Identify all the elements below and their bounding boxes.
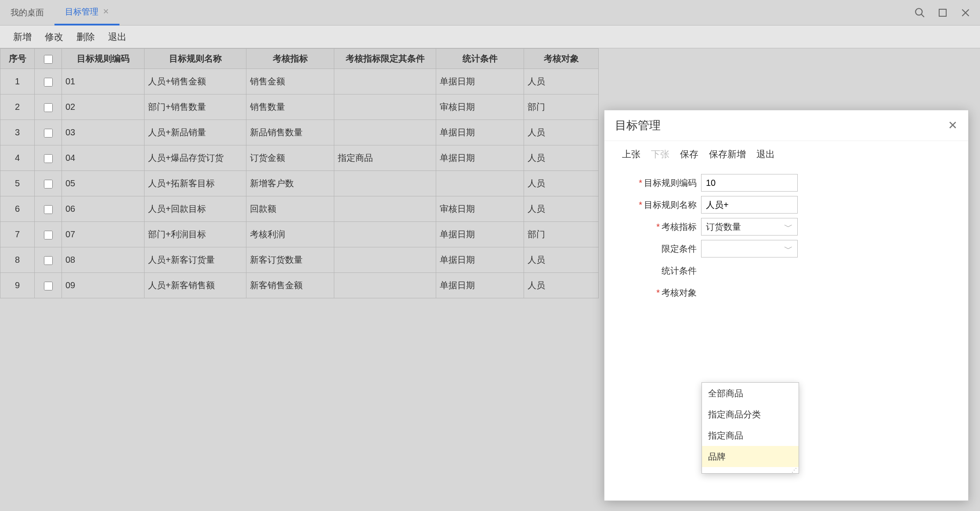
- tab-target-mgmt[interactable]: 目标管理 ✕: [54, 0, 119, 25]
- dropdown-item[interactable]: 全部商品: [702, 383, 799, 404]
- cell-checkbox: [35, 273, 62, 298]
- cell-metric: 销售金额: [246, 69, 334, 94]
- save-button[interactable]: 保存: [680, 148, 698, 160]
- close-window-icon[interactable]: [955, 3, 976, 23]
- select-cond[interactable]: ﹀: [701, 240, 798, 257]
- cell-name: 人员+销售金额: [145, 69, 246, 94]
- cell-seq: 2: [0, 94, 35, 120]
- table-row[interactable]: 909人员+新客销售额新客销售金额单据日期人员: [0, 273, 599, 298]
- row-checkbox[interactable]: [44, 256, 53, 265]
- cell-code: 07: [62, 222, 145, 247]
- table-row[interactable]: 808人员+新客订货量新客订货数量单据日期人员: [0, 247, 599, 273]
- table-row[interactable]: 707部门+利润目标考核利润单据日期部门: [0, 222, 599, 247]
- cell-stat: 单据日期: [436, 69, 524, 94]
- cell-metric: 销售数量: [246, 94, 334, 120]
- resize-handle-icon[interactable]: ⋰: [702, 467, 799, 473]
- save-add-button[interactable]: 保存新增: [709, 148, 746, 160]
- row-checkbox[interactable]: [44, 205, 53, 214]
- dialog-close-icon[interactable]: ✕: [948, 119, 958, 132]
- dropdown-item[interactable]: 指定商品分类: [702, 404, 799, 425]
- dropdown-item[interactable]: 品牌: [702, 446, 799, 467]
- cell-stat: 审核日期: [436, 94, 524, 120]
- label-stat: 统计条件: [622, 265, 701, 277]
- cell-target: 人员: [524, 145, 599, 171]
- row-stat: 统计条件: [622, 260, 951, 282]
- col-metric[interactable]: 考核指标: [246, 49, 334, 69]
- exit-button[interactable]: 退出: [108, 31, 127, 43]
- edit-button[interactable]: 修改: [45, 31, 63, 43]
- next-button[interactable]: 下张: [651, 148, 669, 160]
- cell-cond: [334, 247, 436, 273]
- prev-button[interactable]: 上张: [622, 148, 640, 160]
- cell-checkbox: [35, 196, 62, 222]
- dialog-exit-button[interactable]: 退出: [756, 148, 775, 160]
- chevron-down-icon: ﹀: [784, 221, 793, 233]
- search-icon[interactable]: [910, 3, 930, 23]
- dropdown-cond-options: 全部商品指定商品分类指定商品品牌⋰: [702, 382, 799, 474]
- cell-target: 部门: [524, 222, 599, 247]
- input-name[interactable]: [701, 196, 798, 214]
- cell-target: 人员: [524, 196, 599, 222]
- cell-cond: [334, 196, 436, 222]
- col-target[interactable]: 考核对象: [524, 49, 599, 69]
- close-icon[interactable]: ✕: [103, 7, 109, 16]
- fullscreen-icon[interactable]: [933, 3, 953, 23]
- row-checkbox[interactable]: [44, 231, 53, 239]
- row-checkbox[interactable]: [44, 103, 53, 112]
- cell-code: 09: [62, 273, 145, 298]
- cell-metric: 新客销售金额: [246, 273, 334, 298]
- cell-target: 人员: [524, 120, 599, 145]
- cell-name: 部门+销售数量: [145, 94, 246, 120]
- cell-cond: [334, 94, 436, 120]
- select-metric-value: 订货数量: [706, 221, 741, 233]
- cell-code: 08: [62, 247, 145, 273]
- cell-cond: [334, 120, 436, 145]
- tab-desktop[interactable]: 我的桌面: [0, 0, 54, 25]
- cell-seq: 5: [0, 171, 35, 196]
- cell-code: 02: [62, 94, 145, 120]
- cell-target: 人员: [524, 69, 599, 94]
- table-row[interactable]: 202部门+销售数量销售数量审核日期部门: [0, 94, 599, 120]
- table-row[interactable]: 404人员+爆品存货订货订货金额指定商品单据日期人员: [0, 145, 599, 171]
- select-all-checkbox[interactable]: [44, 55, 53, 64]
- cell-target: 人员: [524, 273, 599, 298]
- cell-seq: 8: [0, 247, 35, 273]
- dropdown-item[interactable]: 指定商品: [702, 425, 799, 446]
- chevron-down-icon: ﹀: [784, 243, 793, 255]
- cell-cond: [334, 69, 436, 94]
- cell-metric: 新品销售数量: [246, 120, 334, 145]
- cell-name: 人员+拓新客目标: [145, 171, 246, 196]
- row-checkbox[interactable]: [44, 282, 53, 290]
- row-checkbox[interactable]: [44, 78, 53, 87]
- cell-seq: 9: [0, 273, 35, 298]
- cell-metric: 新客订货数量: [246, 247, 334, 273]
- table: 序号 目标规则编码 目标规则名称 考核指标 考核指标限定其条件 统计条件 考核对…: [0, 48, 599, 298]
- table-row[interactable]: 606人员+回款目标回款额审核日期人员: [0, 196, 599, 222]
- row-checkbox[interactable]: [44, 129, 53, 138]
- col-stat[interactable]: 统计条件: [436, 49, 524, 69]
- col-seq[interactable]: 序号: [0, 49, 35, 69]
- row-code: *目标规则编码: [622, 172, 951, 194]
- col-cond[interactable]: 考核指标限定其条件: [334, 49, 436, 69]
- label-target: *考核对象: [622, 287, 701, 299]
- table-row[interactable]: 101人员+销售金额销售金额单据日期人员: [0, 69, 599, 94]
- delete-button[interactable]: 删除: [76, 31, 95, 43]
- select-metric[interactable]: 订货数量 ﹀: [701, 218, 798, 236]
- cell-seq: 3: [0, 120, 35, 145]
- cell-code: 06: [62, 196, 145, 222]
- cell-stat: [436, 171, 524, 196]
- row-checkbox[interactable]: [44, 180, 53, 188]
- input-code[interactable]: [701, 174, 798, 192]
- table-row[interactable]: 303人员+新品销量新品销售数量单据日期人员: [0, 120, 599, 145]
- label-metric: *考核指标: [622, 221, 701, 233]
- col-name[interactable]: 目标规则名称: [145, 49, 246, 69]
- svg-point-0: [915, 8, 922, 15]
- cell-code: 03: [62, 120, 145, 145]
- col-code[interactable]: 目标规则编码: [62, 49, 145, 69]
- add-button[interactable]: 新增: [13, 31, 32, 43]
- tab-label: 我的桌面: [11, 7, 44, 18]
- table-row[interactable]: 505人员+拓新客目标新增客户数人员: [0, 171, 599, 196]
- row-checkbox[interactable]: [44, 154, 53, 163]
- cell-checkbox: [35, 94, 62, 120]
- cell-checkbox: [35, 120, 62, 145]
